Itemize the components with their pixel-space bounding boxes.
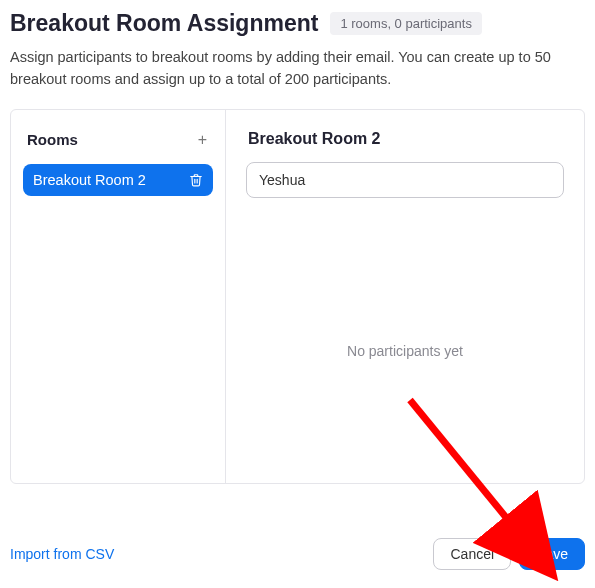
room-count-badge: 1 rooms, 0 participants: [330, 12, 482, 35]
rooms-column: Rooms + Breakout Room 2: [11, 110, 226, 483]
detail-title: Breakout Room 2: [248, 130, 564, 148]
import-csv-link[interactable]: Import from CSV: [10, 546, 114, 562]
save-button[interactable]: Save: [519, 538, 585, 570]
rooms-label: Rooms: [27, 131, 78, 148]
trash-icon[interactable]: [189, 173, 203, 187]
room-item-label: Breakout Room 2: [33, 172, 146, 188]
room-item[interactable]: Breakout Room 2: [23, 164, 213, 196]
plus-icon: +: [198, 131, 207, 148]
participant-input[interactable]: [246, 162, 564, 198]
detail-column: Breakout Room 2 No participants yet: [226, 110, 584, 483]
main-panel: Rooms + Breakout Room 2 Breakout Room 2 …: [10, 109, 585, 484]
description-text: Assign participants to breakout rooms by…: [10, 47, 585, 91]
page-title: Breakout Room Assignment: [10, 10, 318, 37]
add-room-button[interactable]: +: [194, 130, 211, 150]
cancel-button[interactable]: Cancel: [433, 538, 511, 570]
no-participants-text: No participants yet: [246, 198, 564, 465]
